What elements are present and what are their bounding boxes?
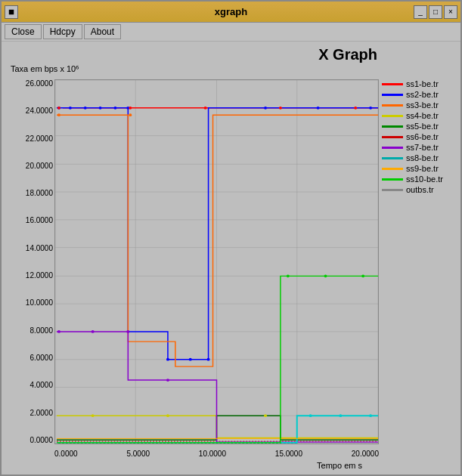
svg-point-47 (264, 414, 267, 417)
system-menu-button[interactable]: ■ (5, 5, 18, 19)
svg-point-49 (339, 414, 342, 417)
legend-label-ss8: ss8-be.tr (406, 153, 439, 162)
hdcpy-menu-button[interactable]: Hdcpy (43, 24, 82, 39)
y-tick-20: 20.0000 (9, 162, 53, 170)
minimize-button[interactable]: _ (414, 5, 427, 19)
legend-label-ss9: ss9-be.tr (406, 164, 439, 173)
legend-label-ss3: ss3-be.tr (406, 100, 439, 110)
svg-point-35 (354, 107, 357, 110)
svg-point-33 (204, 107, 207, 110)
svg-point-37 (129, 113, 132, 116)
y-tick-6: 6.0000 (9, 354, 53, 362)
close-menu-button[interactable]: Close (5, 24, 42, 39)
legend-item-ss8: ss8-be.tr (382, 153, 456, 162)
legend-color-ss4 (382, 115, 403, 117)
svg-point-38 (57, 330, 60, 333)
chart-title: X Graph (318, 46, 377, 63)
chart-svg (55, 80, 378, 444)
svg-point-39 (91, 330, 95, 333)
legend-color-ss9 (382, 168, 403, 170)
svg-point-23 (113, 107, 116, 110)
legend-color-ss3 (382, 104, 403, 107)
legend-color-ss8 (382, 157, 403, 159)
svg-point-28 (264, 107, 267, 110)
svg-point-26 (189, 358, 192, 361)
legend-color-ss2 (382, 94, 403, 96)
legend-item-outbs: outbs.tr (382, 185, 456, 194)
svg-point-22 (99, 107, 102, 110)
legend-label-ss2: ss2-be.tr (406, 90, 439, 99)
legend-label-ss6: ss6-be.tr (406, 132, 439, 141)
svg-point-36 (57, 113, 60, 116)
y-tick-4: 4.0000 (9, 381, 53, 389)
y-tick-26: 26.0000 (9, 79, 53, 88)
legend-label-ss7: ss7-be.tr (406, 143, 439, 152)
y-tick-14: 14.0000 (9, 244, 53, 252)
svg-point-20 (69, 107, 72, 110)
main-window: ■ xgraph _ □ × Close Hdcpy About X Graph… (0, 0, 462, 476)
maximize-button[interactable]: □ (429, 5, 442, 19)
legend: ss1-be.tr ss2-be.tr ss3-be.tr ss4-be.tr … (382, 79, 456, 194)
y-tick-18: 18.0000 (9, 189, 53, 197)
svg-point-43 (324, 274, 327, 277)
legend-label-ss10: ss10-be.tr (406, 175, 443, 184)
y-tick-0: 0.0000 (9, 436, 53, 444)
svg-point-32 (129, 107, 132, 110)
legend-color-ss6 (382, 136, 403, 138)
legend-item-ss4: ss4-be.tr (382, 111, 456, 120)
x-tick-10: 10.0000 (199, 450, 226, 458)
x-tick-15: 15.0000 (275, 450, 302, 458)
legend-label-ss1: ss1-be.tr (406, 79, 439, 88)
svg-point-21 (84, 107, 87, 110)
legend-item-ss5: ss5-be.tr (382, 122, 456, 131)
x-axis-ticks: 0.0000 5.0000 10.0000 15.0000 20.0000 (54, 450, 379, 458)
legend-item-ss7: ss7-be.tr (382, 143, 456, 152)
legend-item-ss6: ss6-be.tr (382, 132, 456, 141)
svg-point-48 (309, 414, 312, 417)
y-tick-8: 8.0000 (9, 326, 53, 335)
svg-point-45 (91, 414, 95, 417)
menu-bar: Close Hdcpy About (2, 23, 460, 42)
svg-point-41 (166, 379, 169, 382)
graph-container (54, 79, 379, 444)
legend-color-ss5 (382, 125, 403, 128)
y-tick-12: 12.0000 (9, 271, 53, 280)
title-bar: ■ xgraph _ □ × (2, 2, 460, 23)
legend-color-ss10 (382, 178, 403, 181)
y-tick-10: 10.0000 (9, 298, 53, 307)
svg-point-30 (369, 107, 372, 110)
svg-point-31 (57, 107, 60, 110)
legend-color-ss1 (382, 83, 403, 85)
close-button[interactable]: × (444, 5, 457, 19)
svg-point-25 (166, 358, 169, 361)
svg-point-29 (317, 107, 320, 110)
y-tick-24: 24.0000 (9, 107, 53, 115)
y-tick-22: 22.0000 (9, 134, 53, 143)
svg-point-46 (166, 414, 169, 417)
svg-point-44 (361, 274, 364, 277)
legend-label-ss4: ss4-be.tr (406, 111, 439, 120)
svg-point-42 (287, 274, 290, 277)
window-controls: _ □ × (414, 5, 457, 19)
about-menu-button[interactable]: About (84, 24, 121, 39)
x-axis-label: Tempo em s (317, 461, 362, 470)
legend-item-ss9: ss9-be.tr (382, 164, 456, 173)
x-tick-0: 0.0000 (54, 450, 78, 458)
x-tick-20: 20.0000 (352, 450, 379, 458)
window-title: xgraph (215, 6, 247, 17)
legend-item-ss10: ss10-be.tr (382, 175, 456, 184)
legend-item-ss1: ss1-be.tr (382, 79, 456, 88)
y-axis-label: Taxa em bps x 10⁶ (11, 64, 79, 74)
legend-color-ss7 (382, 147, 403, 149)
svg-point-27 (207, 358, 210, 361)
y-tick-2: 2.0000 (9, 409, 53, 417)
svg-point-34 (279, 107, 282, 110)
title-bar-left-control: ■ (5, 5, 18, 19)
svg-point-50 (369, 414, 372, 417)
legend-item-ss2: ss2-be.tr (382, 90, 456, 99)
legend-label-ss5: ss5-be.tr (406, 122, 439, 131)
chart-area: X Graph Taxa em bps x 10⁶ Tempo em s 26.… (2, 42, 460, 474)
legend-label-outbs: outbs.tr (406, 185, 434, 194)
legend-item-ss3: ss3-be.tr (382, 100, 456, 110)
legend-color-outbs (382, 189, 403, 191)
